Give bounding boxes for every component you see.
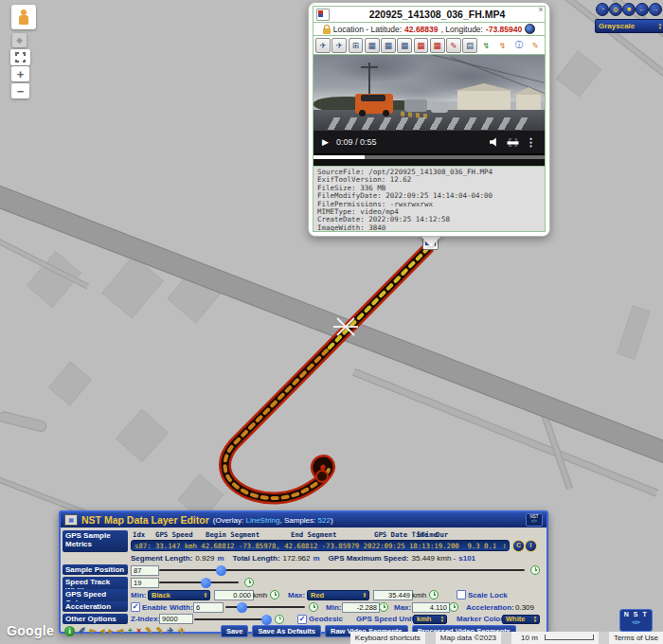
copy-metrics-button[interactable]: C [512, 540, 525, 552]
zindex-knob[interactable] [261, 615, 272, 625]
max-speed-input[interactable] [373, 590, 413, 600]
accel-min-input[interactable] [342, 602, 380, 613]
keyboard-shortcuts-link[interactable]: Keyboard shortcuts [350, 634, 425, 642]
accel-width-input[interactable] [193, 602, 224, 613]
max-color-select[interactable]: Red ▴▾ [307, 590, 369, 600]
info-icon[interactable]: ⓘ [511, 38, 527, 53]
accel-width-knob[interactable] [237, 602, 247, 613]
magnifier-pen-icon[interactable]: ✐ [79, 626, 86, 635]
lock-button[interactable]: ◍ [609, 3, 622, 16]
location-label: Location - Latitude: [333, 25, 402, 34]
track-width-knob[interactable] [201, 578, 211, 588]
accel-width-slider[interactable] [225, 606, 305, 608]
stop-icon: ■ [627, 6, 631, 12]
scale-lock-checkbox[interactable] [457, 590, 466, 599]
video-player[interactable]: ▶ 0:09 / 0:55 ⋮ [314, 55, 545, 167]
reset-clock-icon[interactable] [379, 602, 388, 612]
reset-clock-icon[interactable] [429, 590, 439, 599]
skip-last-icon[interactable]: ⇥ [116, 626, 124, 635]
save-button[interactable]: Save [221, 625, 249, 637]
video-fullscreen-icon[interactable] [509, 138, 517, 147]
volume-icon[interactable] [490, 137, 500, 148]
reset-clock-icon[interactable] [270, 590, 279, 599]
photo-time-icon[interactable]: ▦ [381, 38, 396, 53]
photo-icon[interactable]: ▦ [365, 38, 380, 53]
map-style-select[interactable]: Grayscale ▴▾ [595, 19, 663, 33]
step-back-icon[interactable]: ◂ [100, 626, 105, 635]
track-width-slider[interactable] [159, 581, 239, 583]
orange-truck [355, 94, 393, 114]
google-logo[interactable]: Google [7, 623, 54, 638]
reset-clock-icon[interactable] [530, 565, 540, 575]
sample-metrics-field[interactable]: s87: 33.147 kmh 42.68812 -73.85978, 42.6… [131, 540, 510, 551]
accel-min-label: Min: [326, 603, 341, 612]
skip-first-icon[interactable]: ⇤ [90, 626, 98, 635]
reset-clock-icon[interactable] [449, 602, 458, 612]
editor-header[interactable]: ▦ NST Map Data Layer Editor (Overlay: Li… [61, 512, 547, 528]
overlay-info: (Overlay: LineString, Samples: 522) [213, 516, 333, 525]
plane-export-icon[interactable]: ✈ [315, 38, 331, 53]
sample-position-slider[interactable] [159, 569, 525, 571]
edit-end-icon[interactable]: ✎ [156, 626, 164, 635]
flash-icon[interactable]: ↯ [495, 38, 511, 53]
photo-edit-icon[interactable]: ▦ [397, 38, 412, 53]
help-info-icon[interactable]: i [64, 626, 75, 636]
photo-target-icon[interactable]: ▦ [430, 38, 445, 53]
zindex-input[interactable] [159, 614, 193, 624]
pencil-sparkle-icon[interactable]: ✎ [528, 38, 543, 53]
popup-toolbar: ✈ ✈ ⊞ ▦ ▦ ▦ ▦ ▦ ✎ ▤ ↯ ↯ ⓘ ✎ [314, 36, 545, 55]
sample-position-knob[interactable] [216, 565, 226, 576]
min-speed-input[interactable] [214, 590, 254, 600]
stop-button[interactable]: ■ [622, 3, 636, 16]
metrics-header-row: Idx GPS Speed Begin Segment End Segment … [61, 530, 547, 538]
back-button[interactable]: ← [636, 3, 649, 16]
red-pencil-icon[interactable]: ✎ [446, 38, 461, 53]
delete-sample-icon[interactable]: × [136, 626, 141, 635]
scale-bar [545, 635, 594, 640]
fullscreen-button[interactable] [10, 49, 30, 65]
terms-link[interactable]: Terms of Use [609, 634, 663, 642]
plane-import-icon[interactable]: ✈ [332, 38, 347, 53]
track-width-input[interactable] [131, 578, 159, 588]
clock-button[interactable]: ◔ [596, 3, 609, 16]
reset-clock-icon[interactable] [275, 615, 284, 624]
geodesic-checkbox[interactable]: ✓ [297, 615, 307, 624]
more-options-icon[interactable]: ⋮ [526, 136, 536, 149]
flash-circle-icon[interactable]: ↯ [479, 38, 494, 53]
edit-begin-icon[interactable]: ✎ [145, 626, 152, 635]
min-color-select[interactable]: Black ▴▾ [148, 590, 210, 600]
sample-position-input[interactable] [131, 565, 159, 576]
map-canvas[interactable]: ◈ + − ◔ ◍ ■ ← → Grayscale ▴▾ 220925_1413… [0, 0, 663, 644]
tilt-button[interactable]: ◈ [12, 33, 27, 47]
plane-dark-icon[interactable]: ✈ [167, 626, 174, 635]
marker-color-select[interactable]: White ▴▾ [502, 615, 540, 624]
reset-clock-icon[interactable] [309, 602, 318, 612]
plane-gold-icon[interactable]: ✈ [178, 626, 186, 635]
col-idx: Idx [133, 530, 145, 539]
acceleration-enable-checkbox[interactable]: ✓ [131, 602, 140, 612]
forward-button[interactable]: → [649, 3, 662, 16]
metrics-info-button[interactable]: I [525, 540, 537, 552]
speed-unit-select[interactable]: kmh ▴▾ [413, 615, 447, 624]
zindex-slider[interactable] [194, 618, 270, 620]
reset-clock-icon[interactable] [244, 578, 254, 587]
col-begin-segment: Begin Segment [206, 530, 260, 539]
nst-logo[interactable]: N S T </> [619, 609, 653, 632]
zoom-in-button[interactable]: + [11, 66, 29, 81]
zoom-out-button[interactable]: − [11, 83, 29, 98]
save-as-defaults-button[interactable]: Save As Defaults [252, 625, 321, 637]
close-icon[interactable]: × [536, 6, 546, 15]
window-grid-icon[interactable]: ⊞ [349, 38, 364, 53]
pegman-button[interactable] [11, 5, 36, 29]
accel-max-input[interactable] [412, 602, 450, 613]
photo-marker-icon[interactable]: ▦ [414, 38, 429, 53]
document-icon[interactable]: ▤ [462, 38, 477, 53]
metrics-spinner-icon[interactable]: ▴▾ [503, 543, 506, 548]
add-sample-icon[interactable]: + [128, 626, 133, 635]
step-forward-icon[interactable]: ▸ [109, 626, 114, 635]
max-speed-link[interactable]: s101 [458, 554, 475, 563]
video-frame [314, 55, 545, 131]
play-button[interactable]: ▶ [322, 137, 329, 147]
col-gps-speed: GPS Speed [155, 530, 193, 539]
map-style-value: Grayscale [599, 22, 635, 30]
